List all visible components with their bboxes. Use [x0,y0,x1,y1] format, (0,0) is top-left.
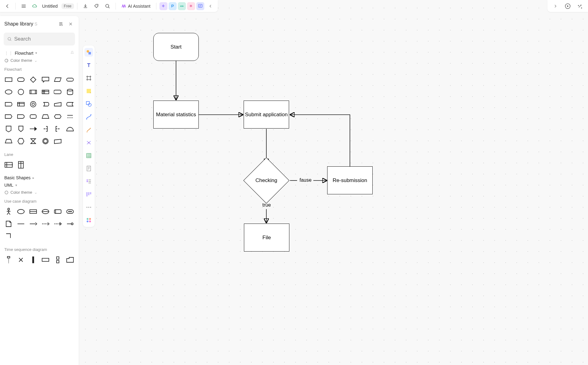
tool-shapes[interactable] [84,48,93,57]
tool-pen[interactable] [84,125,93,134]
tool-kanban[interactable] [84,190,93,199]
shape-skew-rect[interactable] [53,136,63,146]
color-theme-row-2[interactable]: Color theme⌄ [0,188,79,196]
pin-icon[interactable] [70,50,74,56]
shape-bracket-right[interactable] [41,124,50,134]
shape-rounded-rect[interactable] [16,75,26,85]
shape-note-dots[interactable] [65,207,75,216]
shape-assoc-arrow[interactable] [28,219,38,229]
shape-stored-data[interactable] [65,99,75,109]
search-button[interactable] [103,1,112,11]
shape-corner[interactable] [4,231,14,241]
shape-rectangle[interactable] [4,75,14,85]
tool-more[interactable] [84,203,93,212]
shape-database[interactable] [65,87,75,97]
shape-terminator[interactable] [65,75,75,85]
shape-lifeline[interactable] [4,255,14,265]
app-chip-5[interactable] [196,2,204,10]
shape-frame[interactable] [53,207,63,216]
search-input-wrap[interactable] [4,33,75,46]
shape-activation[interactable] [28,255,38,265]
tool-text[interactable] [84,61,93,69]
shape-line[interactable] [16,219,26,229]
shape-dashed-open[interactable] [53,219,63,229]
shape-interface[interactable] [41,207,50,216]
node-resubmit[interactable]: Re-submission [327,166,373,194]
shape-note[interactable] [4,219,14,229]
cloud-sync-icon[interactable] [30,1,40,11]
edge-label-false[interactable]: fause [300,177,312,183]
shape-rect-small[interactable] [41,255,50,265]
shape-callout[interactable] [41,75,50,85]
shape-fragment[interactable] [53,255,63,265]
node-start[interactable]: Start [153,33,199,61]
shape-package[interactable] [65,255,75,265]
download-button[interactable] [80,1,90,11]
tool-frame[interactable] [84,74,93,82]
shape-internal-storage[interactable] [41,87,50,97]
shape-double-circle[interactable] [41,136,50,146]
play-button[interactable] [563,1,573,11]
shape-ellipse[interactable] [4,87,14,97]
shape-destroy[interactable] [16,255,26,265]
app-chip-3[interactable] [178,2,186,10]
tool-mindmap[interactable] [84,138,93,147]
app-chip-4[interactable]: ✶ [187,2,195,10]
color-theme-row[interactable]: Color theme⌄ [0,56,79,65]
tool-sticky[interactable] [84,87,93,95]
shape-diamond[interactable] [28,75,38,85]
ai-assistant-button[interactable]: AI Assistant [119,2,153,10]
shape-display[interactable] [53,87,63,97]
collapse-left-icon[interactable] [206,1,215,11]
shape-predefined[interactable] [28,87,38,97]
shape-offpage[interactable] [4,124,14,134]
shape-arrow-right[interactable] [28,124,38,134]
shape-trapezoid[interactable] [41,112,50,121]
shape-circle[interactable] [16,87,26,97]
shape-dashed-arrow[interactable] [41,219,50,229]
tool-doc[interactable] [84,164,93,173]
node-material[interactable]: Material statistics [153,101,199,129]
shape-table[interactable] [16,99,26,109]
app-chip-1[interactable]: ✧ [159,2,167,10]
shape-manual-input[interactable] [53,99,63,109]
shape-lane-v[interactable] [16,160,26,170]
app-chip-2[interactable]: P [169,2,177,10]
shape-rounded[interactable] [28,112,38,121]
shape-tag-left[interactable] [4,112,14,121]
search-input[interactable] [14,36,71,42]
node-checking[interactable]: Checking [243,164,289,197]
shape-component[interactable] [28,207,38,216]
shape-shield[interactable] [16,124,26,134]
menu-button[interactable] [19,1,29,11]
section-uml[interactable]: UML▾ [0,181,79,188]
shape-delay[interactable] [16,112,26,121]
node-submit[interactable]: Submit application [244,101,289,129]
node-file[interactable]: File [244,224,289,252]
shape-parallelogram[interactable] [53,75,63,85]
tool-shape-combo[interactable] [84,100,93,108]
edge-label-true[interactable]: true [262,202,271,208]
sparkle-button[interactable] [575,1,585,11]
shape-direct-data[interactable] [41,99,50,109]
shape-usecase-ellipse[interactable] [16,207,26,216]
shape-card[interactable] [4,99,14,109]
shape-bracket-left[interactable] [53,124,63,134]
shape-sum[interactable] [28,136,38,146]
shape-trap-up[interactable] [4,136,14,146]
shape-connector-circle[interactable] [28,99,38,109]
sidebar-close-icon[interactable] [67,20,74,28]
expand-right-icon[interactable] [551,1,560,11]
shape-arc[interactable] [65,124,75,134]
sidebar-list-icon[interactable] [57,20,65,28]
section-flowchart[interactable]: ⋮⋮Flowchart▾ [0,49,79,56]
shape-lane-h[interactable] [4,160,14,170]
section-basic-shapes[interactable]: Basic Shapes▸ [0,173,79,181]
shape-lollipop[interactable] [65,219,75,229]
shape-hexagon[interactable] [16,136,26,146]
tag-button[interactable] [92,1,101,11]
tool-apps[interactable] [84,216,93,224]
tool-table[interactable] [84,151,93,160]
doc-title[interactable]: Untitled [41,3,59,9]
back-button[interactable] [2,1,12,11]
